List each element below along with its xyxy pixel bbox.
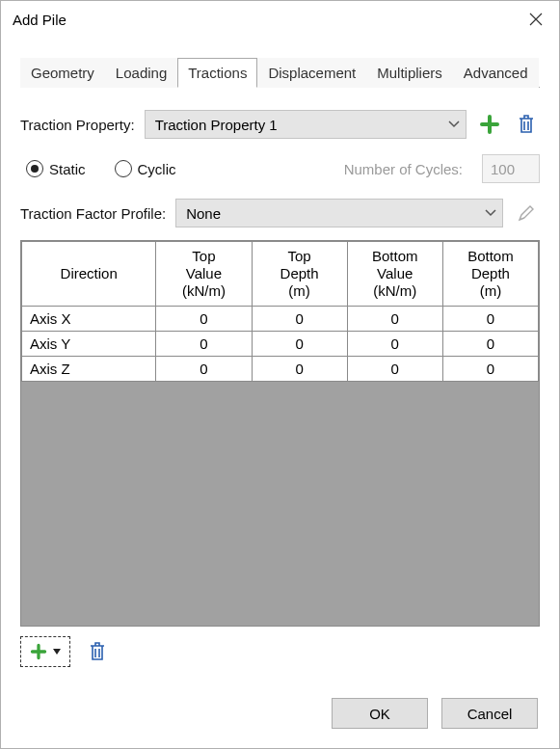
traction-table: Direction TopValue(kN/m) TopDepth(m) Bot… [21, 241, 539, 382]
table-empty-area [21, 382, 539, 626]
table-row[interactable]: Axis Y 0 0 0 0 [22, 332, 539, 357]
tab-advanced[interactable]: Advanced [453, 58, 539, 88]
cancel-button[interactable]: Cancel [441, 698, 538, 729]
tab-geometry[interactable]: Geometry [20, 58, 105, 88]
dialog-add-pile: Add Pile Geometry Loading Tractions Disp… [0, 0, 560, 749]
row-mode: Static Cyclic Number of Cycles: 100 [20, 151, 540, 186]
cell-top-depth[interactable]: 0 [252, 332, 347, 357]
button-label: Cancel [467, 706, 513, 722]
tab-loading[interactable]: Loading [105, 58, 177, 88]
radio-static-label: Static [49, 161, 86, 177]
label-profile: Traction Factor Profile: [20, 205, 166, 222]
tab-panel-tractions: Traction Property: Traction Property 1 S… [20, 88, 540, 667]
col-bottom-value: BottomValue(kN/m) [347, 242, 442, 307]
window-title: Add Pile [13, 12, 67, 28]
cell-bottom-value[interactable]: 0 [347, 332, 442, 357]
col-bottom-depth: BottomDepth(m) [442, 242, 538, 307]
pencil-icon [517, 203, 536, 223]
tab-displacement[interactable]: Displacement [257, 58, 366, 88]
ok-button[interactable]: OK [332, 698, 428, 729]
plus-icon [30, 643, 47, 660]
field-number-of-cycles: 100 [482, 154, 540, 183]
chevron-down-icon [485, 209, 496, 217]
radio-cyclic[interactable]: Cyclic [115, 160, 176, 177]
content-area: Geometry Loading Tractions Displacement … [1, 38, 559, 684]
titlebar: Add Pile [1, 1, 559, 38]
add-property-button[interactable] [476, 111, 503, 138]
row-traction-property: Traction Property: Traction Property 1 [20, 107, 540, 142]
traction-table-container: Direction TopValue(kN/m) TopDepth(m) Bot… [20, 240, 540, 627]
cell-top-value[interactable]: 0 [156, 307, 252, 332]
table-row[interactable]: Axis Z 0 0 0 0 [22, 357, 539, 382]
col-top-depth: TopDepth(m) [252, 242, 347, 307]
edit-profile-button[interactable] [513, 200, 540, 227]
field-value: 100 [491, 161, 515, 177]
header-text: Direction [61, 265, 118, 281]
plus-icon [479, 114, 500, 135]
cell-bottom-value[interactable]: 0 [347, 307, 442, 332]
cell-top-depth[interactable]: 0 [252, 307, 347, 332]
dropdown-value: None [186, 205, 221, 222]
col-direction: Direction [22, 242, 156, 307]
cell-bottom-value[interactable]: 0 [347, 357, 442, 382]
dropdown-profile[interactable]: None [175, 199, 503, 227]
table-header-row: Direction TopValue(kN/m) TopDepth(m) Bot… [22, 242, 539, 307]
tab-tractions[interactable]: Tractions [177, 58, 257, 88]
cell-bottom-depth[interactable]: 0 [442, 307, 538, 332]
radio-cyclic-label: Cyclic [138, 161, 176, 177]
caret-down-icon [53, 649, 61, 655]
cell-direction[interactable]: Axis Z [22, 357, 156, 382]
close-icon [529, 13, 543, 26]
cell-direction[interactable]: Axis X [22, 307, 156, 332]
cell-bottom-depth[interactable]: 0 [442, 357, 538, 382]
cell-top-depth[interactable]: 0 [252, 357, 347, 382]
dropdown-traction-property[interactable]: Traction Property 1 [145, 110, 467, 139]
radio-static[interactable]: Static [26, 160, 86, 177]
label-number-of-cycles: Number of Cycles: [344, 161, 463, 177]
cell-top-value[interactable]: 0 [156, 332, 252, 357]
trash-icon [517, 114, 536, 135]
dropdown-value: Traction Property 1 [155, 117, 278, 133]
tab-multipliers[interactable]: Multipliers [366, 58, 453, 88]
trash-icon [88, 641, 107, 662]
cell-top-value[interactable]: 0 [156, 357, 252, 382]
delete-row-button[interactable] [84, 638, 111, 665]
button-label: OK [369, 706, 390, 722]
add-row-button[interactable] [20, 636, 70, 667]
cell-direction[interactable]: Axis Y [22, 332, 156, 357]
label-traction-property: Traction Property: [20, 117, 135, 133]
table-tools [20, 636, 540, 667]
chevron-down-icon [448, 120, 460, 128]
tab-bar: Geometry Loading Tractions Displacement … [20, 57, 540, 88]
row-profile: Traction Factor Profile: None [20, 196, 540, 230]
cell-bottom-depth[interactable]: 0 [442, 332, 538, 357]
radio-indicator [26, 160, 43, 177]
table-row[interactable]: Axis X 0 0 0 0 [22, 307, 539, 332]
radio-indicator [115, 160, 132, 177]
delete-property-button[interactable] [513, 111, 540, 138]
col-top-value: TopValue(kN/m) [156, 242, 252, 307]
close-button[interactable] [513, 1, 559, 38]
dialog-footer: OK Cancel [1, 684, 559, 748]
